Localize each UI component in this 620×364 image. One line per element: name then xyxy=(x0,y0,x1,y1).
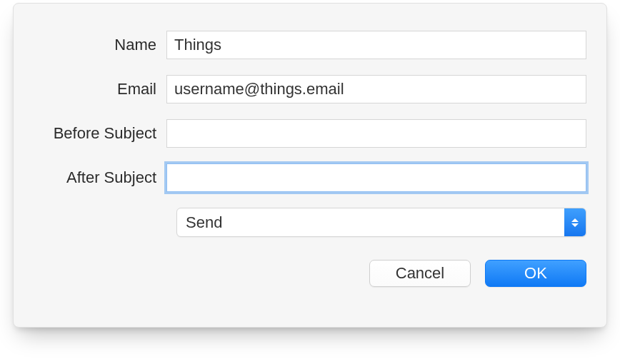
dialog-button-row: Cancel OK xyxy=(34,260,586,287)
chevron-up-icon xyxy=(571,218,579,222)
action-select-value: Send xyxy=(186,213,222,232)
after-subject-field-wrap xyxy=(166,163,586,192)
after-subject-input[interactable] xyxy=(166,163,586,192)
email-field-wrap xyxy=(166,75,586,103)
cancel-button[interactable]: Cancel xyxy=(369,260,471,287)
after-subject-label: After Subject xyxy=(34,168,166,187)
before-subject-row: Before Subject xyxy=(34,119,586,148)
settings-dialog: Name Email Before Subject After Subject … xyxy=(13,3,607,328)
name-label: Name xyxy=(34,36,166,54)
before-subject-input[interactable] xyxy=(166,119,586,148)
action-select-row: Send xyxy=(176,208,586,237)
name-input[interactable] xyxy=(166,31,586,59)
name-field-wrap xyxy=(166,31,586,59)
action-select[interactable]: Send xyxy=(176,208,586,237)
select-stepper-icon xyxy=(564,208,586,236)
action-select-box: Send xyxy=(176,208,586,237)
email-row: Email xyxy=(34,75,586,103)
before-subject-field-wrap xyxy=(166,119,586,148)
ok-button[interactable]: OK xyxy=(485,260,586,287)
email-label: Email xyxy=(34,80,166,98)
email-input[interactable] xyxy=(166,75,586,103)
chevron-down-icon xyxy=(571,223,579,227)
name-row: Name xyxy=(34,31,586,59)
after-subject-row: After Subject xyxy=(34,163,586,192)
before-subject-label: Before Subject xyxy=(34,124,166,143)
